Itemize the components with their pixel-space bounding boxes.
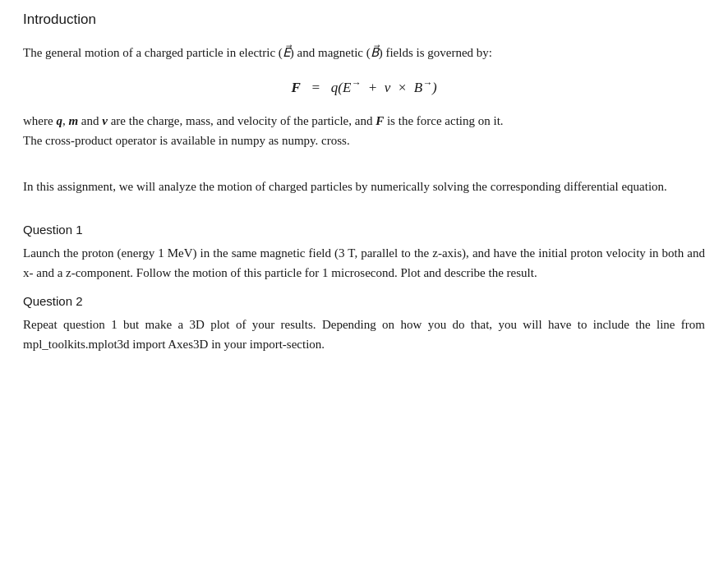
e-variable: E⃗ [283, 46, 290, 59]
eq-equals: = [304, 80, 327, 95]
intro-text-between: ) and magnetic ( [290, 46, 371, 59]
question2-section: Question 2 Repeat question 1 but make a … [23, 294, 705, 354]
question2-text: Repeat question 1 but make a 3D plot of … [23, 315, 705, 354]
eq-E: E→ [343, 80, 361, 95]
eq-v: v [385, 80, 391, 95]
eq-q: q [331, 80, 339, 95]
intro-text-before-e: The general motion of a charged particle… [23, 46, 283, 59]
where-text-1: where [23, 114, 56, 127]
question1-text: Launch the proton (energy 1 MeV) in the … [23, 243, 705, 283]
assignment-paragraph: In this assignment, we will analyze the … [23, 177, 705, 196]
page-title: Introduction [23, 12, 705, 28]
where-v: v [102, 114, 108, 127]
where-text-2: the charge, mass, and velocity of the pa… [126, 114, 376, 127]
lorentz-force-equation: F = q(E→ + v × B→) [23, 77, 705, 96]
where-q: q [56, 114, 62, 127]
where-paragraph: where q, m and v are the charge, mass, a… [23, 111, 705, 150]
eq-B: B→ [414, 80, 432, 95]
where-m: m [68, 114, 78, 127]
where-F: F [376, 114, 384, 127]
intro-text-end: ) fields is governed by: [379, 46, 492, 59]
where-and: and [78, 114, 102, 127]
question1-section: Question 1 Launch the proton (energy 1 M… [23, 223, 705, 283]
eq-F: F [291, 80, 300, 95]
where-are: are [108, 114, 126, 127]
b-variable: B⃗ [371, 46, 379, 59]
eq-plus: + [364, 80, 380, 95]
eq-cross: × [394, 80, 410, 95]
cross-product-text: The cross-product operator is available … [23, 134, 350, 147]
question1-label: Question 1 [23, 223, 705, 237]
where-text-3: is the force acting on it. [384, 114, 503, 127]
intro-paragraph: The general motion of a charged particle… [23, 43, 705, 62]
question2-label: Question 2 [23, 294, 705, 308]
